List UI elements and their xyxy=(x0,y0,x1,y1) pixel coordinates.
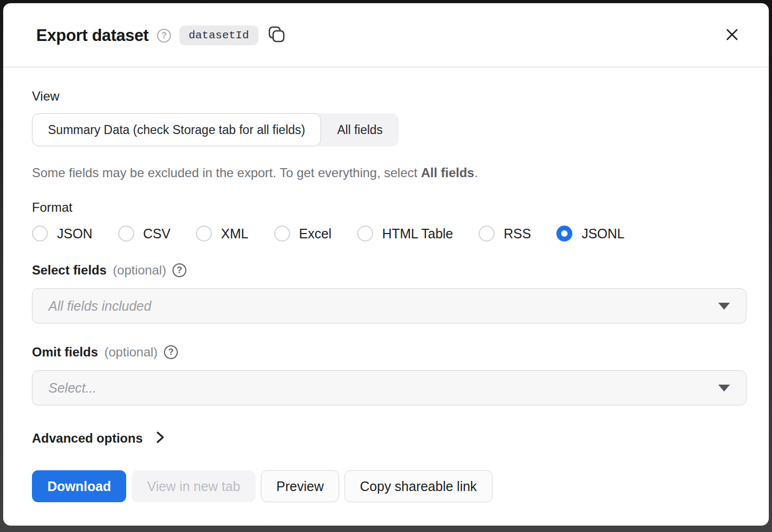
chevron-down-icon xyxy=(718,303,730,310)
omit-fields-label: Omit fields xyxy=(32,345,98,360)
select-fields-dropdown[interactable]: All fields included xyxy=(32,288,746,323)
download-button[interactable]: Download xyxy=(32,470,126,502)
copy-dataset-id-button[interactable] xyxy=(267,24,287,46)
view-option-summary-data[interactable]: Summary Data (check Storage tab for all … xyxy=(32,113,321,146)
omit-fields-dropdown[interactable]: Select... xyxy=(32,370,746,405)
close-button[interactable] xyxy=(722,24,742,46)
select-fields-help-icon[interactable]: ? xyxy=(173,263,186,277)
close-icon xyxy=(724,27,740,44)
export-dataset-modal: Export dataset ? datasetId View Summary xyxy=(3,3,769,526)
omit-fields-section: Omit fields (optional) ? Select... xyxy=(32,345,743,405)
chevron-right-icon xyxy=(154,430,166,447)
format-radio-group: JSON CSV XML Excel HTML Table xyxy=(32,226,743,242)
format-label: Format xyxy=(32,200,743,215)
format-option-csv[interactable]: CSV xyxy=(118,226,170,242)
advanced-options-toggle[interactable]: Advanced options xyxy=(32,430,743,447)
format-option-jsonl[interactable]: JSONL xyxy=(556,226,625,242)
view-helper-text: Some fields may be excluded in the expor… xyxy=(32,164,743,181)
format-option-xml[interactable]: XML xyxy=(196,226,248,242)
preview-button[interactable]: Preview xyxy=(261,470,339,502)
copy-icon xyxy=(268,26,286,45)
omit-fields-placeholder: Select... xyxy=(48,380,718,396)
view-option-all-fields[interactable]: All fields xyxy=(321,113,399,146)
radio-icon xyxy=(274,226,290,242)
dataset-id-badge: datasetId xyxy=(179,26,258,45)
modal-title: Export dataset xyxy=(36,26,149,45)
copy-shareable-link-button[interactable]: Copy shareable link xyxy=(344,470,492,502)
view-in-new-tab-button[interactable]: View in new tab xyxy=(132,470,256,502)
radio-icon xyxy=(118,226,134,242)
format-section: Format JSON CSV XML Excel xyxy=(32,200,743,242)
select-fields-placeholder: All fields included xyxy=(48,298,718,314)
modal-body: View Summary Data (check Storage tab for… xyxy=(3,68,769,526)
radio-icon xyxy=(32,226,48,242)
view-label: View xyxy=(32,89,743,104)
select-fields-section: Select fields (optional) ? All fields in… xyxy=(32,263,743,323)
format-option-excel[interactable]: Excel xyxy=(274,226,332,242)
format-option-rss[interactable]: RSS xyxy=(479,226,531,242)
radio-icon xyxy=(479,226,495,242)
advanced-options-label: Advanced options xyxy=(32,431,143,446)
format-option-html-table[interactable]: HTML Table xyxy=(357,226,453,242)
format-option-json[interactable]: JSON xyxy=(32,226,93,242)
view-segmented-control: Summary Data (check Storage tab for all … xyxy=(32,113,399,146)
modal-header: Export dataset ? datasetId xyxy=(3,3,769,68)
help-icon[interactable]: ? xyxy=(157,29,171,43)
omit-fields-help-icon[interactable]: ? xyxy=(164,345,178,359)
radio-icon xyxy=(556,226,572,242)
select-fields-label: Select fields xyxy=(32,263,106,278)
omit-fields-optional: (optional) xyxy=(104,345,158,360)
select-fields-optional: (optional) xyxy=(113,263,166,278)
action-buttons: Download View in new tab Preview Copy sh… xyxy=(32,470,743,502)
radio-icon xyxy=(196,226,212,242)
chevron-down-icon xyxy=(718,385,730,392)
radio-icon xyxy=(357,226,373,242)
